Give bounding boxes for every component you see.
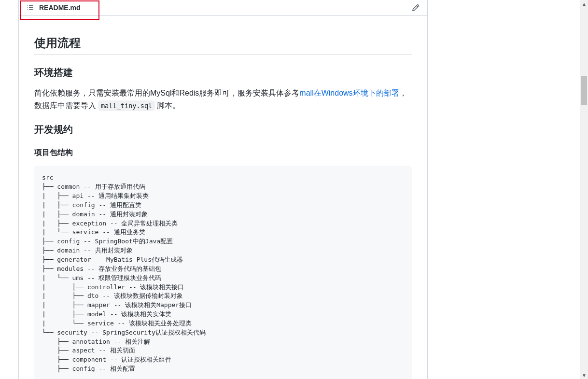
env-sql-code: mall_tiny.sql [98, 100, 154, 111]
scrollbar-track[interactable]: ▲ ▼ [580, 0, 588, 379]
readme-container: README.md 使用流程 环境搭建 简化依赖服务，只需安装最常用的MySql… [18, 0, 428, 379]
readme-filename: README.md [39, 4, 81, 12]
scrollbar-down-arrow[interactable]: ▼ [580, 371, 588, 379]
heading-pkg-structure: 项目包结构 [34, 148, 412, 158]
env-deploy-link[interactable]: mall在Windows环境下的部署 [299, 89, 399, 97]
readme-body: 使用流程 环境搭建 简化依赖服务，只需安装最常用的MySql和Redis服务即可… [19, 16, 427, 379]
env-text-before: 简化依赖服务，只需安装最常用的MySql和Redis服务即可，服务安装具体参考 [34, 89, 299, 97]
package-tree-code: src ├── common -- 用于存放通用代码 | ├── api -- … [34, 166, 412, 379]
toc-icon[interactable] [27, 4, 34, 12]
scrollbar-thumb[interactable] [581, 76, 587, 105]
env-paragraph: 简化依赖服务，只需安装最常用的MySql和Redis服务即可，服务安装具体参考m… [34, 87, 412, 112]
scrollbar-up-arrow[interactable]: ▲ [580, 0, 588, 8]
env-text-tail: 脚本。 [155, 101, 180, 110]
heading-env-setup: 环境搭建 [34, 66, 412, 79]
readme-header: README.md [19, 0, 427, 16]
heading-usage-flow: 使用流程 [34, 35, 412, 55]
edit-icon[interactable] [412, 4, 420, 12]
heading-dev-spec: 开发规约 [34, 123, 412, 136]
